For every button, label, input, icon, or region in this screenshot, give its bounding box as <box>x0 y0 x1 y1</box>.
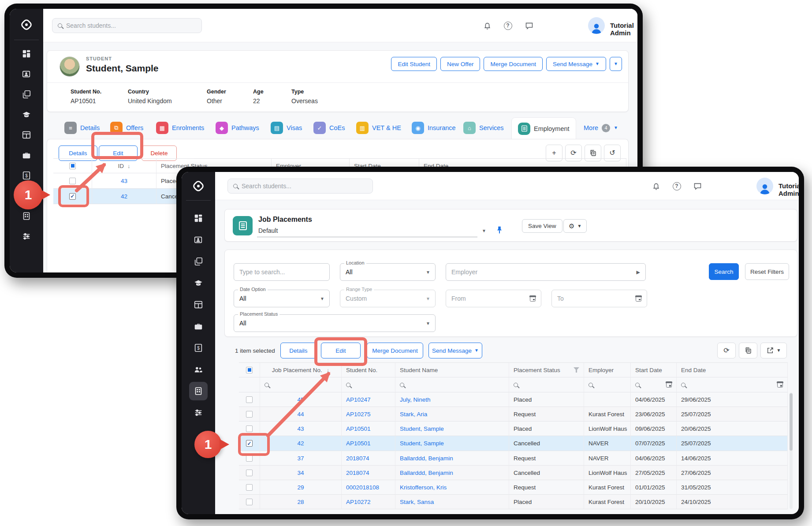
placement-no-link[interactable]: 28 <box>260 495 342 509</box>
employer-picker[interactable]: ▶ <box>446 263 646 281</box>
messages-chat-icon[interactable] <box>524 20 534 31</box>
student-name-link[interactable]: Ballarddd, Benjamin <box>395 451 509 466</box>
merge-document-button[interactable]: Merge Document <box>367 343 423 358</box>
employer-input[interactable] <box>451 269 637 276</box>
quick-search-input[interactable] <box>239 269 324 276</box>
date-from-field[interactable] <box>446 290 541 307</box>
date-option-select[interactable]: Date OptionAll▼ <box>234 290 330 307</box>
column-header-employer[interactable]: Employer <box>584 363 631 377</box>
column-header-status[interactable]: Placement Status <box>509 363 584 377</box>
user-avatar[interactable] <box>756 178 773 194</box>
sidebar-item-education-icon[interactable] <box>21 109 32 120</box>
sidebar-item-students-icon[interactable] <box>21 69 32 79</box>
student-no-link[interactable]: 0002018108 <box>342 480 395 495</box>
sidebar-item-education-icon[interactable] <box>193 278 204 288</box>
save-view-button[interactable]: Save View <box>522 219 562 233</box>
column-header-student-name[interactable]: Student Name <box>395 363 509 377</box>
search-input[interactable] <box>242 183 367 190</box>
search-button[interactable]: Search <box>709 263 739 280</box>
merge-document-button[interactable]: Merge Document <box>484 57 543 71</box>
view-selector-value[interactable]: Default <box>258 227 278 234</box>
sidebar-item-offers-icon[interactable] <box>193 256 204 267</box>
table-scrollbar-thumb[interactable] <box>790 393 793 451</box>
sidebar-item-agents-icon[interactable] <box>193 364 204 375</box>
sidebar-item-dashboard-icon[interactable] <box>21 48 32 59</box>
row-checkbox[interactable] <box>239 480 260 495</box>
student-name-link[interactable]: Student, Sample <box>395 422 509 436</box>
student-no-link[interactable]: AP10501 <box>342 436 395 451</box>
date-from-input[interactable] <box>451 295 530 302</box>
sidebar-item-dashboard-icon[interactable] <box>193 213 204 224</box>
export-button[interactable]: ▼ <box>760 343 787 358</box>
sidebar-item-offers-icon[interactable] <box>21 89 32 100</box>
view-settings-button[interactable]: ⚙▼ <box>563 219 587 233</box>
filter-start[interactable] <box>631 377 677 392</box>
tab-more[interactable]: More4▼ <box>584 119 618 137</box>
sidebar-item-settings-icon[interactable] <box>193 407 204 418</box>
pin-view-icon[interactable] <box>495 225 504 235</box>
sidebar-item-reports-icon[interactable] <box>193 299 204 310</box>
sidebar-item-job-placements-icon[interactable] <box>193 386 204 396</box>
sidebar-item-reports-icon[interactable] <box>21 130 32 140</box>
notifications-bell-icon[interactable] <box>482 20 492 31</box>
app-logo[interactable] <box>189 176 208 196</box>
column-header-end[interactable]: End Date <box>677 363 788 377</box>
sidebar-item-students-icon[interactable] <box>193 235 204 245</box>
sidebar-item-settings-icon[interactable] <box>21 231 32 242</box>
caret-down-icon[interactable]: ▼ <box>482 229 486 233</box>
placement-no-link[interactable]: 29 <box>260 480 342 495</box>
student-name-link[interactable]: Ballarddd, Benjamin <box>395 466 509 480</box>
student-name-link[interactable]: Kristofferson, Kris <box>395 480 509 495</box>
sidebar-item-finance-icon[interactable]: $ <box>193 343 204 353</box>
placement-no-link[interactable]: 37 <box>260 451 342 466</box>
tab-vet-he[interactable]: ▥VET & HE <box>356 119 401 137</box>
search-input[interactable] <box>66 22 196 29</box>
placement-status-select[interactable]: Placement StatusAll▼ <box>234 314 436 332</box>
date-to-input[interactable] <box>557 295 636 302</box>
table-row[interactable]: 29 0002018108 Kristofferson, Kris Reques… <box>239 480 788 495</box>
more-actions-button[interactable]: ▼ <box>610 57 622 71</box>
placement-details-button[interactable]: Details <box>280 343 317 358</box>
filter-status[interactable] <box>509 377 584 392</box>
edit-student-button[interactable]: Edit Student <box>391 57 437 71</box>
new-offer-button[interactable]: New Offer <box>440 57 480 71</box>
student-name-link[interactable]: Stark, Aria <box>395 407 509 422</box>
filter-employer[interactable] <box>584 377 631 392</box>
row-checkbox[interactable] <box>239 466 260 480</box>
tab-insurance[interactable]: ◉Insurance <box>412 119 456 137</box>
tab-coes[interactable]: ✓CoEs <box>313 119 345 137</box>
user-avatar[interactable] <box>588 17 605 34</box>
student-no-link[interactable]: AP10247 <box>342 392 395 407</box>
reset-filters-button[interactable]: Reset Filters <box>745 263 789 280</box>
help-icon[interactable]: ? <box>671 181 682 191</box>
tab-pathways[interactable]: ◆Pathways <box>216 119 259 137</box>
student-name-link[interactable]: July, Nineth <box>395 392 509 407</box>
student-search[interactable] <box>227 179 373 194</box>
student-search[interactable] <box>52 18 202 33</box>
placement-no-link[interactable]: 34 <box>260 466 342 480</box>
quick-search-field[interactable] <box>234 263 330 281</box>
student-no-link[interactable]: AP10501 <box>342 422 395 436</box>
send-message-button[interactable]: Send Message▼ <box>546 57 606 71</box>
sidebar-item-employers-icon[interactable] <box>193 321 204 332</box>
filter-end[interactable] <box>677 377 788 392</box>
table-row[interactable]: 34 2018074 Ballarddd, Benjamin Cancelled… <box>239 466 788 480</box>
filter-student-name[interactable] <box>395 377 509 392</box>
app-logo[interactable] <box>17 15 36 34</box>
tab-visas[interactable]: ▤Visas <box>271 119 302 137</box>
date-to-field[interactable] <box>551 290 647 307</box>
student-no-link[interactable]: 2018074 <box>342 451 395 466</box>
student-name-link[interactable]: Stark, Sansa <box>395 495 509 509</box>
table-row[interactable]: 28 AP10272 Stark, Sansa Placed Kurast Fo… <box>239 495 788 509</box>
sidebar-item-employers-icon[interactable] <box>21 150 32 160</box>
tab-services[interactable]: ⌂Services <box>463 119 504 137</box>
location-select[interactable]: LocationAll▼ <box>340 263 436 281</box>
copy-grid-button[interactable] <box>739 343 757 358</box>
student-name-link[interactable]: Student, Sample <box>395 436 509 451</box>
filter-student-no[interactable] <box>342 377 395 392</box>
help-icon[interactable]: ? <box>503 20 513 31</box>
sidebar-item-finance-icon[interactable]: $ <box>21 170 32 181</box>
table-row[interactable]: 37 2018074 Ballarddd, Benjamin Request N… <box>239 451 788 466</box>
column-header-start[interactable]: Start Date <box>631 363 677 377</box>
tab-enrolments[interactable]: ▦Enrolments <box>156 119 204 137</box>
